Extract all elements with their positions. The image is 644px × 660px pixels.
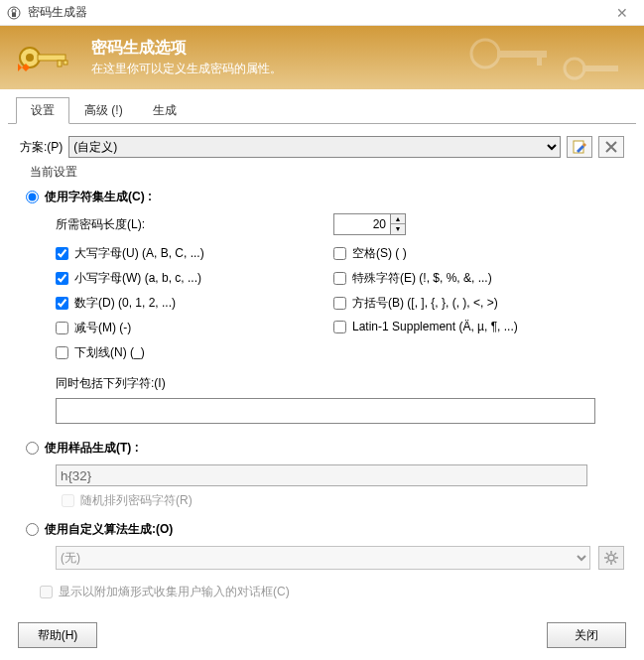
check-upper-label: 大写字母(U) (A, B, C, ...) xyxy=(74,245,204,262)
check-lower[interactable] xyxy=(56,272,68,285)
svg-rect-5 xyxy=(38,55,65,61)
window-title: 密码生成器 xyxy=(28,4,606,21)
help-button[interactable]: 帮助(H) xyxy=(18,622,97,648)
length-label: 所需密码长度(L): xyxy=(56,216,333,233)
check-special-label: 特殊字符(E) (!, $, %, &, ...) xyxy=(352,270,492,287)
algo-settings-button xyxy=(598,546,624,570)
scheme-select[interactable]: (自定义) xyxy=(68,136,561,158)
pattern-input xyxy=(56,464,587,486)
radio-charset[interactable] xyxy=(26,191,39,203)
check-upper[interactable] xyxy=(56,247,68,260)
app-icon xyxy=(6,5,22,21)
current-settings-label: 当前设置 xyxy=(30,164,624,181)
radio-algo[interactable] xyxy=(26,523,39,536)
check-digits-label: 数字(D) (0, 1, 2, ...) xyxy=(74,295,176,312)
check-underline-label: 下划线(N) (_) xyxy=(74,344,145,361)
check-permute xyxy=(62,494,74,507)
banner-key-icon xyxy=(16,34,71,81)
radio-pattern-label: 使用样品生成(T) : xyxy=(45,440,139,457)
check-permute-label: 随机排列密码字符(R) xyxy=(80,492,193,509)
also-include-label: 同时包括下列字符:(I) xyxy=(56,375,624,392)
svg-rect-7 xyxy=(64,61,67,65)
svg-line-20 xyxy=(614,561,616,563)
also-include-input[interactable] xyxy=(56,398,595,424)
scheme-delete-button[interactable] xyxy=(598,136,624,158)
tab-advanced[interactable]: 高级 (!) xyxy=(69,97,138,124)
radio-charset-label: 使用字符集生成(C) : xyxy=(45,189,152,205)
length-spin-down[interactable]: ▼ xyxy=(391,224,405,234)
algo-select: (无) xyxy=(56,546,590,570)
check-space[interactable] xyxy=(333,247,346,260)
check-lower-label: 小写字母(W) (a, b, c, ...) xyxy=(74,270,201,287)
svg-rect-2 xyxy=(12,13,16,17)
length-input[interactable] xyxy=(334,214,390,234)
scheme-edit-button[interactable] xyxy=(567,136,592,158)
svg-point-11 xyxy=(565,59,584,78)
svg-line-22 xyxy=(606,561,608,563)
svg-point-8 xyxy=(471,40,499,67)
check-brackets[interactable] xyxy=(333,297,346,310)
svg-rect-6 xyxy=(58,61,62,66)
svg-rect-9 xyxy=(497,51,547,58)
check-latin1[interactable] xyxy=(333,321,346,333)
svg-rect-12 xyxy=(582,66,618,71)
svg-rect-10 xyxy=(537,58,542,66)
svg-point-4 xyxy=(26,54,34,62)
check-brackets-label: 方括号(B) ([, ], {, }, (, ), <, >) xyxy=(352,295,498,312)
banner-title: 密码生成选项 xyxy=(91,38,282,59)
scheme-label: 方案:(P) xyxy=(20,139,63,156)
check-space-label: 空格(S) ( ) xyxy=(352,245,407,262)
window-close-button[interactable]: ✕ xyxy=(606,5,638,21)
check-entropy-dialog-label: 显示以附加熵形式收集用户输入的对话框(C) xyxy=(59,584,290,600)
close-button[interactable]: 关闭 xyxy=(547,622,626,648)
svg-line-21 xyxy=(614,553,616,555)
tab-settings[interactable]: 设置 xyxy=(16,97,69,124)
banner-subtitle: 在这里你可以定义生成密码的属性。 xyxy=(91,61,282,77)
check-digits[interactable] xyxy=(56,297,68,310)
check-underline[interactable] xyxy=(56,346,68,359)
check-minus-label: 减号(M) (-) xyxy=(74,320,131,336)
check-special[interactable] xyxy=(333,272,346,285)
radio-algo-label: 使用自定义算法生成:(O) xyxy=(45,521,173,538)
svg-line-19 xyxy=(606,553,608,555)
check-latin1-label: Latin-1 Supplement (Ä, µ, ¶, ...) xyxy=(352,320,518,333)
svg-point-14 xyxy=(608,555,614,561)
length-spin-up[interactable]: ▲ xyxy=(391,214,405,224)
check-entropy-dialog xyxy=(40,586,53,598)
tab-generate[interactable]: 生成 xyxy=(138,97,192,124)
radio-pattern[interactable] xyxy=(26,442,39,455)
banner-decor-icon xyxy=(465,34,624,86)
check-minus[interactable] xyxy=(56,322,68,334)
